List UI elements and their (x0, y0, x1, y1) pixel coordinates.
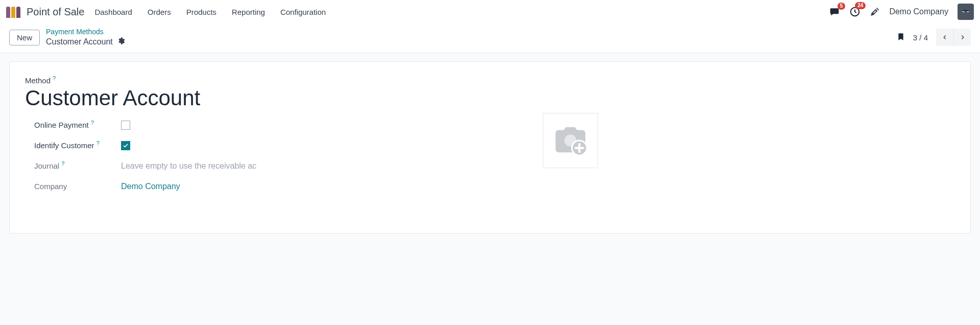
method-value[interactable]: Customer Account (25, 86, 955, 110)
svg-rect-4 (963, 10, 969, 11)
online-payment-label-wrap: Online Payment ? (34, 121, 121, 129)
company-label-wrap: Company (34, 182, 121, 191)
journal-row: Journal ? (25, 161, 955, 171)
check-icon (123, 143, 129, 149)
debug-tools-button[interactable] (870, 7, 880, 17)
journal-input[interactable] (121, 161, 264, 171)
journal-help-icon[interactable]: ? (61, 160, 64, 167)
tools-icon (870, 7, 880, 17)
bookmark-button[interactable] (897, 32, 905, 43)
method-label-row: Method ? (25, 76, 955, 85)
online-payment-row: Online Payment ? (25, 121, 955, 130)
online-payment-help-icon[interactable]: ? (91, 120, 94, 126)
control-bar: New Payment Methods Customer Account 3 /… (0, 24, 980, 53)
breadcrumb-parent-link[interactable]: Payment Methods (46, 28, 125, 37)
identify-customer-label-wrap: Identify Customer ? (34, 141, 121, 150)
activities-badge: 24 (855, 2, 866, 9)
company-label: Company (34, 182, 67, 191)
activities-button[interactable]: 24 (849, 6, 861, 17)
method-label: Method (25, 76, 51, 85)
online-payment-checkbox[interactable] (121, 121, 130, 130)
online-payment-label: Online Payment (34, 121, 89, 129)
menu-orders[interactable]: Orders (147, 5, 172, 19)
brand[interactable]: Point of Sale (6, 6, 84, 18)
form-container: Method ? Customer Account Online Payment… (0, 53, 980, 242)
svg-rect-1 (961, 7, 971, 17)
app-title: Point of Sale (27, 6, 84, 18)
breadcrumb-current: Customer Account (46, 37, 125, 48)
gear-icon (117, 37, 125, 45)
chevron-left-icon (941, 34, 948, 41)
menu-dashboard[interactable]: Dashboard (93, 5, 133, 19)
messages-button[interactable]: 5 (829, 7, 840, 17)
breadcrumb-current-text: Customer Account (46, 37, 113, 47)
company-switcher[interactable]: Demo Company (889, 7, 948, 16)
pager-buttons (936, 29, 971, 46)
menu-products[interactable]: Products (185, 5, 218, 19)
control-bar-right: 3 / 4 (897, 29, 971, 46)
record-actions-button[interactable] (117, 37, 125, 48)
menu-reporting[interactable]: Reporting (231, 5, 266, 19)
chevron-right-icon (959, 34, 966, 41)
breadcrumb: Payment Methods Customer Account (46, 28, 125, 48)
avatar-icon (959, 5, 972, 18)
identify-customer-row: Identify Customer ? (25, 141, 955, 150)
form-sheet: Method ? Customer Account Online Payment… (9, 61, 971, 234)
image-upload-widget[interactable] (543, 113, 598, 168)
user-avatar[interactable] (958, 4, 974, 20)
identify-customer-help-icon[interactable]: ? (97, 140, 100, 146)
main-menu: Dashboard Orders Products Reporting Conf… (93, 5, 327, 19)
company-row: Company Demo Company (25, 182, 955, 191)
method-help-icon[interactable]: ? (53, 75, 56, 81)
company-link[interactable]: Demo Company (121, 182, 180, 191)
top-navbar: Point of Sale Dashboard Orders Products … (0, 0, 980, 24)
identify-customer-checkbox[interactable] (121, 141, 130, 150)
menu-configuration[interactable]: Configuration (279, 5, 327, 19)
camera-add-icon (551, 123, 590, 158)
app-icon (6, 6, 22, 18)
journal-label: Journal (34, 161, 59, 170)
new-button[interactable]: New (9, 30, 40, 45)
bookmark-icon (897, 32, 905, 42)
pager-counter[interactable]: 3 / 4 (913, 33, 928, 42)
journal-label-wrap: Journal ? (34, 161, 121, 170)
messages-badge: 5 (838, 3, 846, 10)
identify-customer-label: Identify Customer (34, 141, 94, 150)
navbar-right: 5 24 Demo Company (829, 4, 974, 20)
pager-prev-button[interactable] (936, 29, 953, 46)
pager-next-button[interactable] (953, 29, 971, 46)
